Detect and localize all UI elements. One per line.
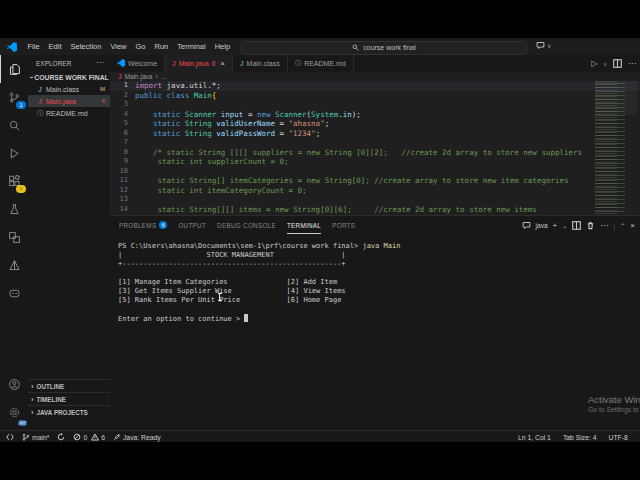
status-bar: main* 0 6 Java: Re — [0, 430, 640, 442]
split-terminal-icon[interactable] — [572, 221, 581, 230]
menu-terminal[interactable]: Terminal — [173, 42, 210, 51]
menu-run[interactable]: Run — [150, 42, 173, 51]
root-folder-label: COURSE WORK FINAL — [34, 74, 108, 81]
problems-count-badge: 6 — [159, 221, 167, 229]
workspace-root-folder[interactable]: › COURSE WORK FINAL — [28, 71, 110, 83]
search-icon[interactable] — [0, 111, 28, 139]
copilot-chat-button[interactable]: ∨ — [536, 41, 551, 50]
tab-readme-md[interactable]: ⓘREADME.md — [288, 55, 354, 72]
panel-tab-debug-console[interactable]: DEBUG CONSOLE — [217, 216, 276, 234]
extensions-icon[interactable]: ! — [0, 167, 28, 195]
menu-selection[interactable]: Selection — [66, 42, 106, 51]
file-readme-md[interactable]: ⓘREADME.md — [28, 107, 110, 119]
section-timeline[interactable]: ›TIMELINE — [28, 392, 110, 405]
code-editor[interactable]: 1import java.util.*;2public class Main{3… — [110, 81, 640, 215]
code-line: 13 — [110, 195, 640, 205]
explorer-icon[interactable] — [0, 55, 28, 83]
terminal-line: | STOCK MANAGEMENT | — [118, 251, 640, 260]
editor-tab-bar: WelcomeJMain.java6×JMain.classⓘREADME.md… — [110, 55, 640, 73]
menu-bar: FileEditSelectionViewGoRunTerminalHelp — [23, 42, 235, 51]
java-file-icon: J — [37, 86, 43, 93]
sync-button[interactable] — [53, 433, 69, 441]
tab-problem-count: 6 — [212, 60, 216, 67]
cursor-position[interactable]: Ln 1, Col 1 — [518, 434, 551, 441]
terminal-line: +---------------------------------------… — [118, 260, 640, 269]
line-number: 3 — [110, 100, 135, 110]
prism-icon[interactable] — [0, 251, 28, 279]
close-icon[interactable]: × — [220, 59, 225, 68]
more-actions-icon[interactable]: ⋯ — [628, 59, 636, 68]
tab-main-class[interactable]: JMain.class — [233, 55, 288, 72]
explorer-header: EXPLORER ⋯ — [28, 55, 110, 71]
editor-actions: ▷ ∨ ⋯ — [591, 55, 636, 72]
terminal-line: [3] Get Items Supplier Wise [4] View Ite… — [118, 287, 640, 296]
file-label: Main.java — [46, 98, 76, 105]
remote-explorer-icon[interactable] — [0, 223, 28, 251]
bottom-panel: PROBLEMS6OUTPUTDEBUG CONSOLETERMINALPORT… — [110, 215, 640, 431]
tab-welcome[interactable]: Welcome — [110, 55, 165, 72]
menu-file[interactable]: File — [23, 42, 44, 51]
terminal-profile-label[interactable]: java — [536, 222, 548, 229]
warning-count: 6 — [101, 434, 105, 441]
vscode-window: FileEditSelectionViewGoRunTerminalHelp ←… — [0, 38, 640, 442]
line-number: 13 — [110, 195, 135, 205]
run-dropdown-icon[interactable]: ∨ — [603, 61, 607, 67]
section-outline[interactable]: ›OUTLINE — [28, 379, 110, 392]
chevron-right-icon: › — [31, 408, 34, 417]
command-center-search[interactable]: course work final — [240, 41, 528, 55]
java-status[interactable]: Java: Ready — [109, 433, 165, 441]
section-label: TIMELINE — [37, 396, 66, 403]
menu-go[interactable]: Go — [131, 42, 150, 51]
file-badge: M — [100, 86, 105, 92]
line-number: 8 — [110, 148, 135, 158]
panel-tab-output[interactable]: OUTPUT — [178, 216, 206, 234]
encoding[interactable]: UTF-8 — [609, 434, 628, 441]
java-status-label: Java: Ready — [123, 434, 161, 441]
menu-edit[interactable]: Edit — [44, 42, 66, 51]
git-branch-status[interactable]: main* — [18, 433, 53, 441]
copilot-icon[interactable] — [0, 279, 28, 307]
new-terminal-icon[interactable]: + — [553, 221, 558, 230]
split-editor-icon[interactable] — [613, 59, 622, 68]
terminal-profile-icon[interactable] — [522, 221, 531, 230]
terminal-line — [118, 305, 640, 314]
code-text: static int supplierCount = 0; — [135, 157, 289, 167]
more-actions-icon[interactable]: ⋯ — [600, 221, 608, 230]
problems-status[interactable]: 0 6 — [69, 433, 109, 441]
accounts-icon[interactable] — [0, 370, 28, 398]
testing-icon[interactable] — [0, 195, 28, 223]
breadcrumb[interactable]: J Main.java › … — [110, 72, 640, 81]
windows-activation-watermark: Activate Windows Go to Settings to activ… — [588, 394, 640, 413]
menu-help[interactable]: Help — [210, 42, 234, 51]
more-actions-icon[interactable]: ⋯ — [96, 60, 104, 66]
section-java-projects[interactable]: ›JAVA PROJECTS — [28, 405, 110, 418]
terminal-line: PS C:\Users\ahasna\Documents\sem-1\prf\c… — [118, 242, 640, 251]
tab-size[interactable]: Tab Size: 4 — [563, 434, 597, 441]
menu-view[interactable]: View — [106, 42, 131, 51]
panel-tab-terminal[interactable]: TERMINAL — [287, 216, 321, 234]
explorer-title: EXPLORER — [36, 60, 71, 67]
terminal-output[interactable]: PS C:\Users\ahasna\Documents\sem-1\prf\c… — [110, 234, 640, 323]
maximize-panel-icon[interactable]: ⌃ — [620, 222, 625, 229]
tab-main-java[interactable]: JMain.java6× — [165, 55, 233, 72]
run-debug-icon[interactable] — [0, 139, 28, 167]
kill-terminal-icon[interactable] — [586, 221, 595, 230]
java-file-icon: J — [172, 60, 176, 67]
vscode-logo-icon — [7, 42, 17, 52]
line-number: 9 — [110, 157, 135, 167]
remote-indicator[interactable] — [0, 433, 18, 441]
run-button[interactable]: ▷ — [591, 59, 597, 68]
separator: | — [613, 221, 615, 230]
file-main-class[interactable]: JMain.classM — [28, 83, 110, 95]
tab-label: README.md — [304, 60, 346, 67]
profile-badge: AH — [18, 420, 27, 426]
minimap[interactable] — [595, 81, 637, 215]
file-main-java[interactable]: JMain.java6 — [28, 95, 110, 107]
terminal-dropdown-icon[interactable]: ⌄ — [562, 222, 567, 229]
settings-gear-icon[interactable]: AH — [0, 398, 28, 426]
panel-tab-problems[interactable]: PROBLEMS6 — [119, 216, 167, 234]
close-panel-icon[interactable]: × — [630, 221, 635, 230]
source-control-icon[interactable]: 1 — [0, 83, 28, 111]
panel-tab-ports[interactable]: PORTS — [332, 216, 355, 234]
tab-label: Welcome — [128, 60, 157, 67]
